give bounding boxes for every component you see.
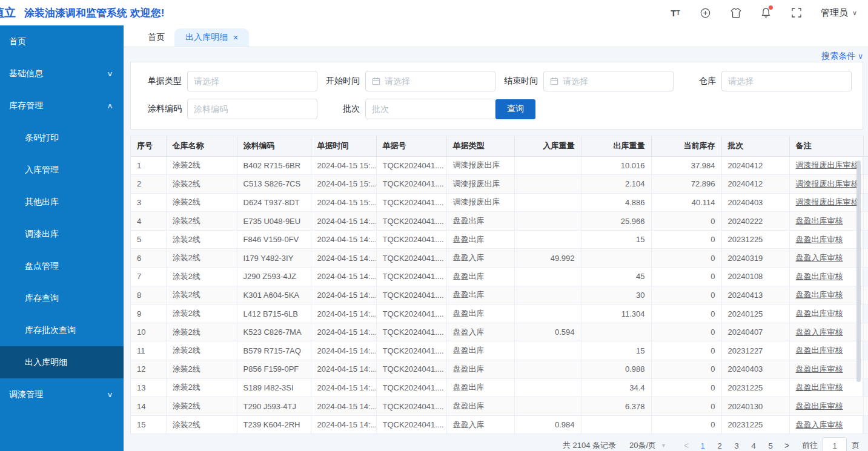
batch-box[interactable]: [365, 99, 495, 119]
cell-remark[interactable]: 盘盈出库审核: [789, 305, 863, 323]
sidebar-item-8[interactable]: 库存查询: [0, 282, 124, 314]
close-icon[interactable]: ×: [233, 33, 238, 42]
remark-link[interactable]: 盘盈出库审核: [796, 290, 843, 299]
remark-link[interactable]: 调漆报废出库审核: [796, 160, 859, 170]
caret-down-icon: ▼: [661, 443, 666, 449]
fullscreen-icon[interactable]: [789, 5, 804, 20]
start-time-picker[interactable]: [365, 71, 495, 91]
cell-remark[interactable]: 调漆报废出库审核: [789, 193, 863, 212]
table-row[interactable]: 12涂装2线P856 F159-0PF2024-04-15 14:...TQCK…: [131, 360, 868, 379]
cell-remark[interactable]: 盘盈出库审核: [789, 286, 863, 305]
remark-link[interactable]: 盘盈入库审核: [796, 328, 843, 337]
warehouse-select[interactable]: [721, 71, 852, 91]
remark-link[interactable]: 调漆报废出库审核: [796, 197, 859, 206]
sidebar-item-9[interactable]: 库存批次查询: [0, 314, 124, 346]
cell-in-weight: 0.594: [514, 323, 581, 341]
cell-remark[interactable]: 盘盈出库审核: [789, 397, 863, 416]
sidebar-item-1[interactable]: 基础信息∨: [0, 58, 124, 90]
cell-remark[interactable]: 盘盈出库审核: [789, 212, 863, 231]
cell-remark[interactable]: 盘盈入库审核: [789, 249, 863, 268]
table-row[interactable]: 9涂装2线L412 B715-6LB2024-04-15 14:...TQCK2…: [131, 305, 868, 323]
table-row[interactable]: 6涂装2线I179 Y482-3IY2024-04-15 14:...TQCK2…: [131, 249, 868, 268]
cell-stock: 0: [651, 212, 721, 231]
remark-link[interactable]: 盘盈出库审核: [796, 272, 843, 281]
circle-plus-icon[interactable]: [698, 5, 713, 20]
theme-skin-icon[interactable]: [729, 5, 743, 20]
cell-remark[interactable]: 盘盈出库审核: [789, 230, 863, 249]
filter-end-time: 结束时间: [495, 71, 674, 91]
cell-remark[interactable]: 盘盈入库审核: [789, 415, 863, 434]
table-row[interactable]: 1涂装2线B402 R715-6BR2024-04-15 15:...TQCK2…: [131, 156, 868, 175]
batch-input[interactable]: [372, 104, 489, 114]
doc-type-select[interactable]: [187, 71, 317, 91]
notification-bell-icon[interactable]: [759, 5, 774, 20]
doc-type-input[interactable]: [194, 76, 311, 86]
remark-link[interactable]: 盘盈出库审核: [796, 235, 843, 244]
prev-page-button[interactable]: <: [678, 441, 694, 450]
cell-time: 2024-04-15 14:...: [311, 397, 376, 416]
page-number-5[interactable]: 5: [762, 441, 779, 450]
cell-remark[interactable]: 盘盈出库审核: [789, 378, 863, 397]
start-time-input[interactable]: [385, 76, 489, 86]
search-condition-toggle[interactable]: 搜索条件 ∨: [821, 51, 863, 62]
cell-remark[interactable]: 调漆报废出库审核: [789, 175, 863, 194]
remark-link[interactable]: 盘盈入库审核: [796, 420, 843, 429]
table-row[interactable]: 2涂装2线C513 S826-7CS2024-04-15 15:...TQCK2…: [131, 175, 868, 194]
remark-link[interactable]: 盘盈出库审核: [796, 401, 843, 410]
end-time-input[interactable]: [563, 76, 667, 86]
cell-remark[interactable]: 盘盈出库审核: [789, 360, 863, 379]
tab-home[interactable]: 首页: [138, 28, 174, 47]
sidebar-item-10[interactable]: 出入库明细: [0, 346, 124, 378]
cell-time: 2024-04-15 14:...: [311, 212, 376, 231]
sidebar-item-7[interactable]: 盘点管理: [0, 250, 124, 282]
table-row[interactable]: 13涂装2线S189 I482-3SI2024-04-15 14:...TQCK…: [131, 378, 868, 397]
page-number-1[interactable]: 1: [694, 441, 711, 450]
cell-remark[interactable]: 盘盈入库审核: [789, 323, 863, 341]
query-button[interactable]: 查询: [495, 99, 535, 119]
sidebar-item-6[interactable]: 调漆出库: [0, 218, 124, 250]
sidebar-item-4[interactable]: 入库管理: [0, 154, 124, 186]
table-row[interactable]: 14涂装2线T290 J593-4TJ2024-04-15 14:...TQCK…: [131, 397, 868, 416]
table-row[interactable]: 8涂装2线K301 A604-5KA2024-04-15 14:...TQCK2…: [131, 286, 868, 305]
table-row[interactable]: 15涂装2线T239 K604-2RH2024-04-15 14:...TQCK…: [131, 415, 868, 434]
page-number-2[interactable]: 2: [711, 441, 728, 450]
remark-link[interactable]: 盘盈出库审核: [796, 216, 843, 225]
cell-in-weight: [514, 341, 581, 360]
sidebar-item-3[interactable]: 条码打印: [0, 122, 124, 154]
page-size-select[interactable]: 20条/页 ▼: [629, 440, 666, 451]
remark-link[interactable]: 盘盈出库审核: [796, 383, 843, 392]
sidebar-item-0[interactable]: 首页: [0, 25, 124, 58]
table-row[interactable]: 10涂装2线K523 C826-7MA2024-04-15 14:...TQCK…: [131, 323, 868, 341]
cell-remark[interactable]: 盘盈出库审核: [789, 341, 863, 360]
paint-code-box[interactable]: [187, 99, 317, 119]
table-row[interactable]: 7涂装2线J290 Z593-4JZ2024-04-15 14:...TQCK2…: [131, 268, 868, 286]
remark-link[interactable]: 盘盈出库审核: [796, 364, 843, 374]
sidebar-item-5[interactable]: 其他出库: [0, 186, 124, 218]
sidebar-item-2[interactable]: 库存管理∧: [0, 90, 124, 122]
remark-link[interactable]: 盘盈入库审核: [796, 253, 843, 262]
goto-page-input[interactable]: [823, 437, 847, 451]
cell-remark[interactable]: 调漆报废出库审核: [789, 156, 863, 175]
sidebar-item-11[interactable]: 调漆管理∨: [0, 378, 124, 410]
page-number-4[interactable]: 4: [745, 441, 762, 450]
scrollbar-gutter: [863, 268, 868, 286]
paint-code-input[interactable]: [194, 104, 311, 114]
tab-inout-detail[interactable]: 出入库明细 ×: [174, 28, 249, 47]
end-time-picker[interactable]: [543, 71, 674, 91]
table-row[interactable]: 3涂装2线D624 T937-8DT2024-04-15 15:...TQCK2…: [131, 193, 868, 212]
warehouse-input[interactable]: [728, 76, 845, 86]
remark-link[interactable]: 调漆报废出库审核: [796, 179, 859, 188]
user-menu[interactable]: 管理员 ∨: [821, 7, 857, 19]
vertical-scrollbar[interactable]: [856, 160, 861, 382]
column-header: 仓库名称: [166, 136, 237, 156]
table-row[interactable]: 5涂装2线F846 V159-0FV2024-04-15 14:...TQCK2…: [131, 230, 868, 249]
table-row[interactable]: 11涂装2线B579 R715-7AQ2024-04-15 14:...TQCK…: [131, 341, 868, 360]
remark-link[interactable]: 盘盈出库审核: [796, 309, 843, 318]
table-row[interactable]: 4涂装2线E735 U048-9EU2024-04-15 14:...TQCK2…: [131, 212, 868, 231]
font-size-icon[interactable]: TT: [668, 5, 683, 20]
cell-out-weight: [581, 249, 651, 268]
next-page-button[interactable]: >: [779, 441, 795, 450]
page-number-3[interactable]: 3: [728, 441, 745, 450]
remark-link[interactable]: 盘盈出库审核: [796, 346, 843, 355]
cell-remark[interactable]: 盘盈出库审核: [789, 268, 863, 286]
